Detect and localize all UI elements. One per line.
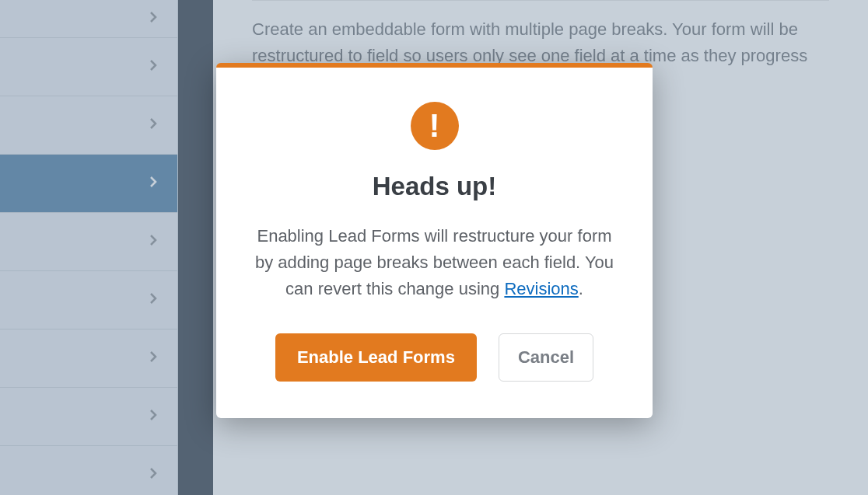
confirm-modal: ! Heads up! Enabling Lead Forms will res…: [216, 63, 653, 418]
revisions-link[interactable]: Revisions: [504, 279, 578, 298]
enable-lead-forms-button[interactable]: Enable Lead Forms: [275, 333, 477, 382]
modal-buttons: Enable Lead Forms Cancel: [250, 333, 618, 382]
cancel-button[interactable]: Cancel: [499, 333, 593, 382]
modal-title: Heads up!: [250, 172, 618, 201]
modal-body: Enabling Lead Forms will restructure you…: [250, 223, 618, 302]
warning-icon: !: [411, 102, 459, 150]
